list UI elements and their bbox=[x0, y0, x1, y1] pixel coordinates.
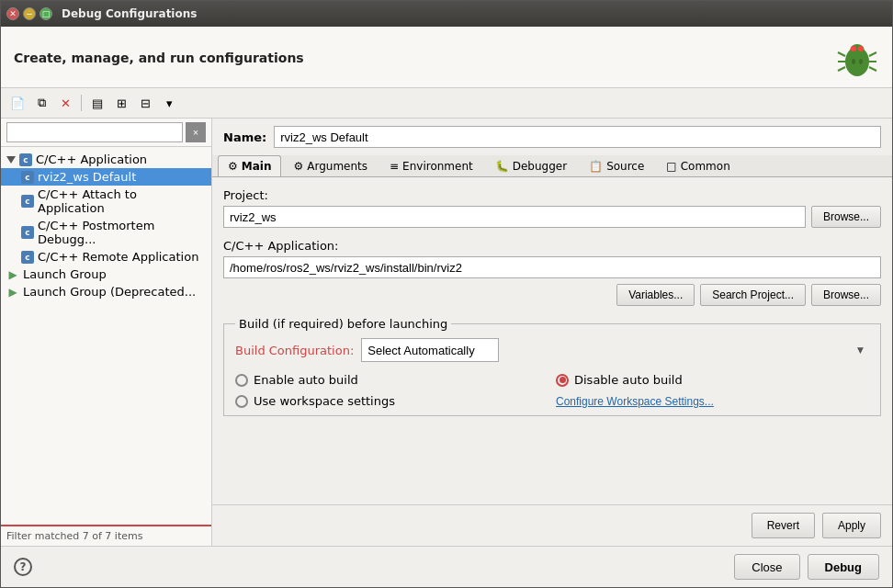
name-row: Name: bbox=[212, 119, 892, 155]
tab-label: Source bbox=[606, 160, 644, 173]
svg-line-7 bbox=[869, 52, 876, 56]
tab-main[interactable]: ⚙ Main bbox=[218, 155, 281, 176]
filter-button[interactable]: ▤ bbox=[86, 92, 108, 114]
name-label: Name: bbox=[223, 130, 266, 144]
variables-button[interactable]: Variables... bbox=[616, 284, 695, 306]
tab-label: Main bbox=[242, 160, 272, 173]
configure-workspace-link-item: Configure Workspace Settings... bbox=[556, 394, 869, 408]
close-button[interactable]: Close bbox=[734, 554, 799, 580]
launch-icon: ▶ bbox=[6, 286, 19, 299]
search-bar: × bbox=[1, 119, 211, 147]
tab-label: Debugger bbox=[513, 160, 567, 173]
env-tab-icon: ≡ bbox=[390, 160, 399, 173]
close-window-btn[interactable]: ✕ bbox=[6, 7, 19, 20]
delete-config-button[interactable]: ✕ bbox=[54, 92, 76, 114]
app-input[interactable] bbox=[223, 256, 881, 278]
tree-item-label: C/C++ Attach to Application bbox=[38, 187, 206, 215]
search-clear-button[interactable]: × bbox=[186, 122, 206, 142]
tree-item-launch-deprecated[interactable]: ▶ Launch Group (Deprecated... bbox=[1, 283, 211, 300]
apply-button[interactable]: Apply bbox=[822, 513, 881, 538]
project-group: Project: Browse... bbox=[223, 188, 881, 228]
search-project-button[interactable]: Search Project... bbox=[700, 284, 806, 306]
collapse-button[interactable]: ⊟ bbox=[134, 92, 156, 114]
left-footer: Filter matched 7 of 7 items bbox=[1, 525, 211, 546]
cpp-item-icon: c bbox=[21, 195, 34, 208]
build-section-title: Build (if required) before launching bbox=[235, 317, 451, 331]
radio-circle-disable[interactable] bbox=[556, 374, 569, 387]
help-button[interactable]: ? bbox=[14, 558, 32, 576]
search-input[interactable] bbox=[6, 122, 183, 142]
common-tab-icon: □ bbox=[666, 160, 676, 173]
delete-icon: ✕ bbox=[61, 96, 71, 110]
app-group: C/C++ Application: Variables... Search P… bbox=[223, 239, 881, 306]
debug-configurations-window: ✕ − □ Debug Configurations Create, manag… bbox=[0, 0, 893, 588]
project-row: Browse... bbox=[223, 206, 881, 228]
svg-line-9 bbox=[869, 67, 876, 71]
tab-label: Common bbox=[681, 160, 730, 173]
debugger-tab-icon: 🐛 bbox=[495, 160, 509, 173]
build-config-select[interactable]: Select Automatically Debug Release bbox=[361, 338, 499, 362]
duplicate-config-button[interactable]: ⧉ bbox=[30, 92, 52, 114]
tab-arguments[interactable]: ⚙ Arguments bbox=[283, 155, 378, 176]
filter-icon: ▤ bbox=[92, 96, 103, 110]
tree-group-label: C/C++ Application bbox=[36, 153, 147, 166]
tab-source[interactable]: 📋 Source bbox=[579, 155, 654, 176]
tree-item-remote[interactable]: c C/C++ Remote Application bbox=[1, 248, 211, 266]
app-label: C/C++ Application: bbox=[223, 239, 881, 253]
tree-group-cpp[interactable]: c C/C++ Application bbox=[1, 151, 211, 168]
cpp-item-icon: c bbox=[21, 251, 34, 264]
tree-item-attach[interactable]: c C/C++ Attach to Application bbox=[1, 186, 211, 217]
config-name-input[interactable] bbox=[274, 126, 881, 148]
launch-icon: ▶ bbox=[6, 268, 19, 281]
tree-item-label: C/C++ Remote Application bbox=[38, 250, 198, 264]
toolbar: 📄 ⧉ ✕ ▤ ⊞ ⊟ ▾ bbox=[1, 88, 892, 119]
more-options-button[interactable]: ▾ bbox=[158, 92, 180, 114]
debug-button[interactable]: Debug bbox=[808, 554, 879, 580]
header-area: Create, manage, and run configurations bbox=[1, 27, 892, 88]
project-browse-button[interactable]: Browse... bbox=[811, 206, 881, 228]
app-buttons-row: Variables... Search Project... Browse... bbox=[223, 284, 881, 306]
cpp-item-icon: c bbox=[21, 171, 34, 184]
args-tab-icon: ⚙ bbox=[293, 160, 303, 173]
left-panel: × c C/C++ Application c rviz2_ws Default… bbox=[1, 119, 212, 546]
svg-point-10 bbox=[852, 59, 855, 64]
tree-item-postmortem[interactable]: c C/C++ Postmortem Debugg... bbox=[1, 217, 211, 248]
tree-item-label: rviz2_ws Default bbox=[38, 170, 136, 184]
tab-label: Arguments bbox=[307, 160, 367, 173]
revert-button[interactable]: Revert bbox=[752, 513, 815, 538]
tree-item-launch-group[interactable]: ▶ Launch Group bbox=[1, 266, 211, 283]
tree-item-label: Launch Group (Deprecated... bbox=[23, 285, 196, 299]
radio-disable-auto-build: Disable auto build bbox=[556, 373, 869, 387]
configure-workspace-link[interactable]: Configure Workspace Settings... bbox=[556, 395, 714, 408]
project-label: Project: bbox=[223, 188, 881, 202]
build-config-row: Build Configuration: Select Automaticall… bbox=[235, 338, 869, 362]
duplicate-icon: ⧉ bbox=[38, 96, 46, 110]
radio-label-workspace: Use workspace settings bbox=[254, 394, 395, 408]
bottom-footer: ? Close Debug bbox=[1, 546, 892, 587]
tree-item-rviz2[interactable]: c rviz2_ws Default bbox=[1, 168, 211, 186]
radio-dot bbox=[560, 377, 566, 383]
svg-point-11 bbox=[859, 59, 863, 64]
new-config-button[interactable]: 📄 bbox=[6, 92, 28, 114]
tab-debugger[interactable]: 🐛 Debugger bbox=[485, 155, 577, 176]
bug-icon bbox=[835, 36, 879, 80]
tab-label: Environment bbox=[402, 160, 473, 173]
tab-environment[interactable]: ≡ Environment bbox=[379, 155, 483, 176]
maximize-window-btn[interactable]: □ bbox=[40, 7, 52, 20]
radio-circle-enable[interactable] bbox=[235, 374, 248, 387]
toolbar-separator bbox=[81, 95, 82, 111]
build-config-select-wrapper: Select Automatically Debug Release bbox=[361, 338, 869, 362]
radio-circle-workspace[interactable] bbox=[235, 395, 248, 408]
radio-label-disable: Disable auto build bbox=[574, 373, 683, 387]
tree-item-label: Launch Group bbox=[23, 267, 107, 281]
source-tab-icon: 📋 bbox=[589, 160, 603, 173]
expand-button[interactable]: ⊞ bbox=[110, 92, 132, 114]
main-tab-icon: ⚙ bbox=[228, 160, 238, 173]
app-browse-button[interactable]: Browse... bbox=[811, 284, 881, 306]
minimize-window-btn[interactable]: − bbox=[23, 7, 36, 20]
project-input[interactable] bbox=[223, 206, 806, 228]
radio-label-enable: Enable auto build bbox=[254, 373, 358, 387]
window-title: Debug Configurations bbox=[62, 7, 197, 20]
window-controls: ✕ − □ bbox=[6, 7, 52, 20]
tab-common[interactable]: □ Common bbox=[656, 155, 740, 176]
